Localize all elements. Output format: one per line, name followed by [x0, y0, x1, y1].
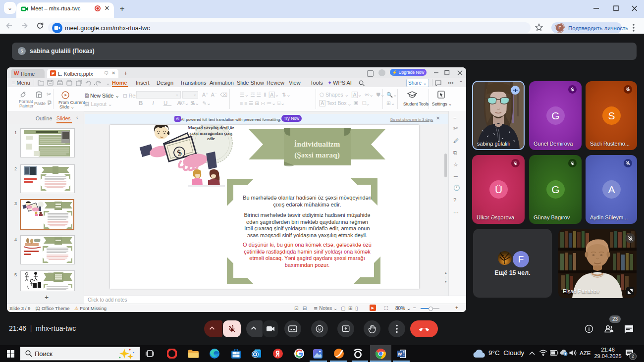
svg-text:W: W	[398, 352, 402, 357]
svg-text:(Şəxsi maraq): (Şəxsi maraq)	[294, 151, 340, 159]
svg-text:İndividualizm: İndividualizm	[294, 140, 340, 148]
